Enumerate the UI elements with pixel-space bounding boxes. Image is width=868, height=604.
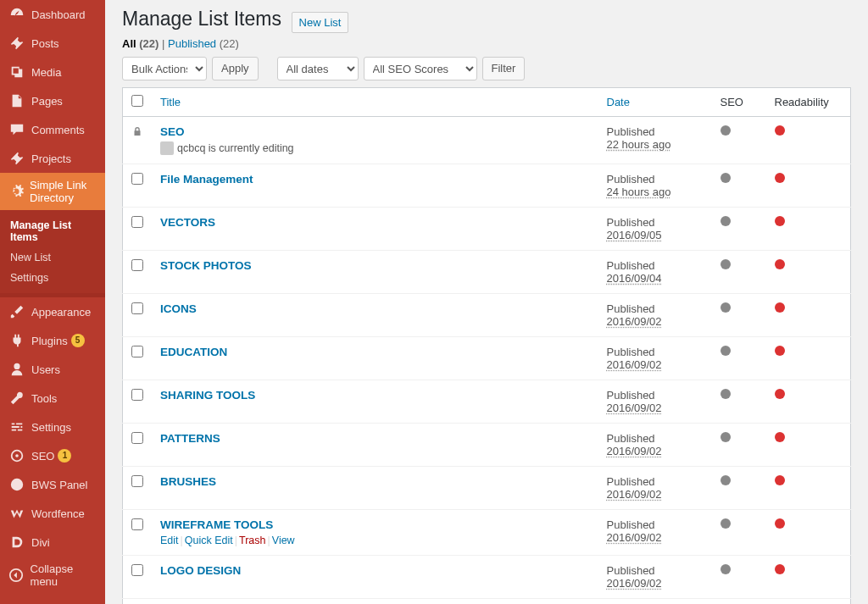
row-status: Published <box>607 564 704 577</box>
menu-label: Appearance <box>31 306 91 319</box>
row-title-link[interactable]: SEO <box>160 125 185 138</box>
seo-dot <box>721 518 731 529</box>
row-checkbox[interactable] <box>131 389 143 401</box>
seo-dot <box>721 173 731 183</box>
row-title-link[interactable]: SHARING TOOLS <box>160 389 255 402</box>
submenu-item[interactable]: Manage List Items <box>0 215 105 247</box>
row-title-link[interactable]: VECTORS <box>160 216 215 229</box>
menu-item-divi[interactable]: Divi <box>0 528 105 557</box>
row-title-link[interactable]: EDUCATION <box>160 346 227 358</box>
row-status: Published <box>607 475 704 488</box>
row-date: 2016/09/02 <box>607 315 704 328</box>
brush-icon <box>8 303 25 320</box>
menu-item-collapse-menu[interactable]: Collapse menu <box>0 557 105 594</box>
action-view[interactable]: View <box>272 535 295 546</box>
row-checkbox[interactable] <box>131 564 143 576</box>
filter-all[interactable]: All (22) <box>122 37 159 50</box>
submenu-item[interactable]: New List <box>0 247 105 268</box>
row-checkbox[interactable] <box>131 216 143 228</box>
dates-select[interactable]: All dates <box>277 57 359 80</box>
readability-dot <box>775 259 785 269</box>
menu-item-media[interactable]: Media <box>0 58 105 86</box>
menu-item-posts[interactable]: Posts <box>0 29 105 58</box>
seo-dot <box>721 475 731 485</box>
svg-point-1 <box>15 454 19 457</box>
menu-item-comments[interactable]: Comments <box>0 115 105 144</box>
row-actions: Edit|Quick Edit|Trash|View <box>160 535 590 546</box>
menu-item-simple-link-directory[interactable]: Simple Link Directory <box>0 173 105 210</box>
readability-dot <box>775 346 785 356</box>
row-date: 24 hours ago <box>607 186 704 198</box>
seo-dot <box>721 216 731 226</box>
menu-label: Wordfence <box>31 507 85 520</box>
row-title-link[interactable]: File Management <box>160 173 253 186</box>
row-date: 2016/09/02 <box>607 577 704 590</box>
table-row: VECTORSPublished2016/09/05 <box>123 208 851 251</box>
row-title-link[interactable]: BRUSHES <box>160 475 216 488</box>
action-trash[interactable]: Trash <box>239 535 266 546</box>
filter-published[interactable]: Published (22) <box>168 37 239 50</box>
row-checkbox[interactable] <box>131 302 143 314</box>
menu-item-users[interactable]: Users <box>0 355 105 384</box>
row-checkbox[interactable] <box>131 259 143 271</box>
readability-dot <box>775 518 785 529</box>
row-date: 2016/09/02 <box>607 402 704 414</box>
row-status: Published <box>607 432 704 445</box>
menu-item-pages[interactable]: Pages <box>0 86 105 115</box>
row-checkbox[interactable] <box>131 432 143 444</box>
seo-dot <box>721 125 731 136</box>
view-filters: All (22) | Published (22) <box>122 37 851 50</box>
menu-label: Users <box>31 363 60 376</box>
action-edit[interactable]: Edit <box>160 535 179 546</box>
main-content: Manage List Items New List All (22) | Pu… <box>105 0 868 604</box>
bulk-actions-select[interactable]: Bulk Actions <box>122 57 207 80</box>
lock-icon <box>131 127 143 140</box>
seo-select[interactable]: All SEO Scores <box>364 57 477 80</box>
col-title[interactable]: Title <box>160 96 181 108</box>
col-readability: Readability <box>766 88 851 117</box>
menu-item-projects[interactable]: Projects <box>0 144 105 173</box>
row-title-link[interactable]: PATTERNS <box>160 432 220 445</box>
table-row: STOCK PHOTOSPublished2016/09/04 <box>123 251 851 294</box>
row-checkbox[interactable] <box>131 346 143 357</box>
new-list-button[interactable]: New List <box>292 12 349 33</box>
action-quick-edit[interactable]: Quick Edit <box>185 535 233 546</box>
menu-item-plugins[interactable]: Plugins5 <box>0 326 105 355</box>
row-title-link[interactable]: LOGO DESIGN <box>160 564 241 577</box>
menu-label: Media <box>31 66 61 79</box>
tablenav-top: Bulk Actions Apply All dates All SEO Sco… <box>122 57 851 80</box>
menu-item-tools[interactable]: Tools <box>0 384 105 413</box>
bws-icon <box>8 476 25 493</box>
menu-item-appearance[interactable]: Appearance <box>0 297 105 326</box>
table-row: BRUSHESPublished2016/09/02 <box>123 467 851 510</box>
row-checkbox[interactable] <box>131 518 143 530</box>
row-checkbox[interactable] <box>131 475 143 487</box>
row-title-link[interactable]: ICONS <box>160 302 197 315</box>
row-status: Published <box>607 302 704 315</box>
menu-item-dashboard[interactable]: Dashboard <box>0 0 105 29</box>
row-title-link[interactable]: WIREFRAME TOOLS <box>160 518 273 531</box>
table-row: EDUCATIONPublished2016/09/02 <box>123 337 851 380</box>
col-date[interactable]: Date <box>607 96 630 108</box>
row-checkbox[interactable] <box>131 173 143 185</box>
row-status: Published <box>607 259 704 272</box>
menu-item-wordfence[interactable]: Wordfence <box>0 499 105 528</box>
readability-dot <box>775 302 785 313</box>
submenu-item[interactable]: Settings <box>0 268 105 288</box>
menu-item-settings[interactable]: Settings <box>0 413 105 441</box>
divi-icon <box>8 534 25 551</box>
row-title-link[interactable]: STOCK PHOTOS <box>160 259 252 272</box>
filter-button[interactable]: Filter <box>482 57 526 80</box>
menu-item-seo[interactable]: SEO1 <box>0 441 105 470</box>
apply-button[interactable]: Apply <box>212 57 259 80</box>
page-title: Manage List Items <box>122 0 281 34</box>
menu-badge: 5 <box>71 334 85 347</box>
select-all-checkbox[interactable] <box>131 95 143 107</box>
dashboard-icon <box>8 6 25 23</box>
seo-dot <box>721 302 731 313</box>
user-icon <box>8 361 25 378</box>
menu-item-bws-panel[interactable]: BWS Panel <box>0 470 105 499</box>
seo-dot <box>721 564 731 574</box>
table-row: ICONSPublished2016/09/02 <box>123 294 851 337</box>
menu-label: Plugins <box>31 335 68 347</box>
